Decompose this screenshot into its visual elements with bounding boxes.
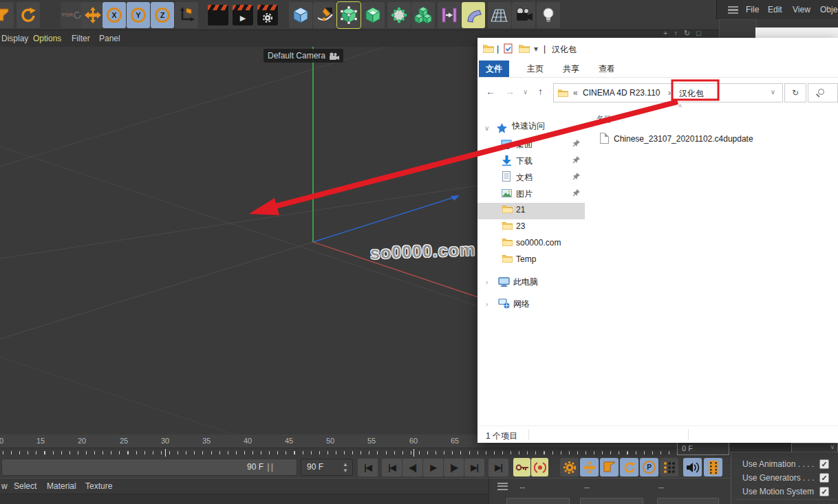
goto-start-button[interactable]: |◀ [358, 459, 378, 476]
sidebar-item-downloads[interactable]: 下载 [477, 153, 585, 169]
menu-view[interactable]: View [793, 5, 810, 14]
move-tool-button[interactable] [81, 2, 105, 28]
volume-builder-button[interactable] [411, 2, 435, 28]
symmetry-object-button[interactable] [438, 2, 461, 28]
record-position-button[interactable] [513, 458, 530, 476]
render-to-picture-viewer-button[interactable]: ▶ [231, 2, 255, 28]
autokey-button[interactable] [531, 458, 548, 476]
qat-dropdown-icon[interactable]: ▾ [534, 44, 538, 54]
sidebar-item-this-pc[interactable]: › 此电脑 [477, 274, 585, 290]
key-pla-toggle[interactable] [660, 458, 678, 476]
menu-material[interactable]: Material [47, 481, 76, 491]
breadcrumb-parent[interactable]: CINEMA 4D R23.110 [583, 88, 660, 98]
menu-panel[interactable]: Panel [99, 34, 120, 43]
modeling-object-button[interactable] [387, 2, 411, 28]
coord-field-x[interactable] [506, 498, 570, 504]
breadcrumb-prefix[interactable]: « [573, 88, 578, 98]
next-frame-button[interactable]: |▶ [444, 459, 464, 476]
sidebar-item-pictures[interactable]: 图片 [477, 186, 585, 202]
menu-display[interactable]: Display [1, 34, 28, 43]
sidebar-item-23[interactable]: 23 [477, 219, 585, 235]
use-generators-checkbox[interactable]: ✓ [819, 473, 829, 483]
tab-share[interactable]: 共享 [556, 61, 586, 77]
pen-spline-button[interactable] [313, 2, 336, 28]
z-axis-lock-button[interactable]: Z [151, 2, 174, 28]
qat-properties-icon[interactable] [504, 43, 513, 56]
file-row[interactable]: Chinese_23107_20201102.c4dupdate 2020/11… [585, 131, 838, 146]
light-object-button[interactable] [537, 2, 560, 28]
prev-key-button[interactable]: |◀ [382, 459, 402, 476]
chevron-right-icon[interactable]: › [486, 300, 488, 308]
hamburger-icon[interactable] [728, 6, 738, 14]
next-key-button[interactable]: ▶| [464, 459, 484, 476]
rotate-tool-button[interactable] [17, 2, 40, 28]
prev-frame-button[interactable]: ◀| [402, 459, 422, 476]
up-button[interactable]: ↑ [538, 86, 543, 97]
key-rotation-toggle[interactable] [620, 458, 638, 476]
end-frame-field[interactable]: 90 F ▲ ▼ [301, 459, 353, 476]
coordinate-system-button[interactable] [175, 2, 198, 28]
sidebar-item-desktop[interactable]: 桌面 [477, 136, 585, 153]
sidebar-item-documents[interactable]: 文档 [477, 169, 585, 186]
chevron-down-icon[interactable]: ∨ [484, 124, 489, 132]
sound-toggle[interactable] [683, 458, 702, 476]
sidebar-item-21[interactable]: 21 [477, 202, 585, 219]
psr-tool-button-disabled[interactable]: PSR [61, 2, 84, 28]
sidebar-item-network[interactable]: › 网络 [477, 296, 585, 312]
extrude-generator-button[interactable] [361, 2, 385, 28]
menu-select[interactable]: Select [14, 481, 36, 491]
tab-view[interactable]: 查看 [592, 61, 622, 77]
explorer-titlebar[interactable]: | ▾ | 汉化包 [477, 38, 838, 61]
zoom-view-icon[interactable]: ↑ [674, 29, 678, 39]
menu-file[interactable]: File [746, 5, 759, 14]
use-animation-checkbox[interactable]: ✓ [819, 459, 829, 469]
render-preview-button[interactable] [704, 458, 722, 476]
camera-label[interactable]: Default Camera [264, 49, 343, 63]
keyframe-settings-button[interactable] [560, 458, 579, 476]
cube-primitive-button[interactable] [289, 2, 312, 28]
column-name[interactable]: 名称 [596, 113, 612, 125]
render-view-button[interactable] [206, 2, 230, 28]
search-box[interactable] [808, 83, 838, 102]
y-axis-lock-button[interactable]: Y [127, 2, 150, 28]
coordinates-menu-icon[interactable] [497, 483, 508, 490]
key-scale-toggle[interactable] [600, 458, 619, 476]
rotate-view-icon[interactable]: ↻ [684, 29, 690, 39]
refresh-button[interactable]: ↻ [784, 83, 806, 102]
subdivision-surface-button[interactable] [337, 2, 361, 28]
scale-tool-button[interactable] [0, 2, 14, 28]
coord-field-y[interactable] [580, 498, 643, 504]
qat-newfolder-icon[interactable] [519, 44, 530, 55]
key-parameter-toggle[interactable]: P [640, 458, 658, 476]
frame-field-small[interactable]: 0 F [677, 441, 729, 455]
address-bar[interactable]: « CINEMA 4D R23.110 › 汉化包 ∨ [553, 83, 783, 102]
menu-options[interactable]: Options [33, 34, 61, 43]
recent-dropdown-icon[interactable]: ∨ [523, 88, 528, 96]
floor-object-button[interactable] [488, 2, 511, 28]
address-dropdown-icon[interactable]: ∨ [771, 88, 775, 96]
breadcrumb-current[interactable]: 汉化包 [679, 88, 704, 100]
viewport-canvas[interactable]: Default Camera so0000.com [0, 47, 477, 435]
menu-edit[interactable]: Edit [768, 5, 782, 14]
forward-button[interactable]: → [505, 86, 515, 97]
goto-end-button[interactable]: ▶| [488, 459, 508, 476]
sidebar-item-quick-access[interactable]: ∨ 快速访问 [477, 120, 585, 136]
coord-field-z[interactable] [657, 498, 719, 504]
use-motion-system-checkbox[interactable]: ✓ [819, 487, 829, 496]
key-position-toggle[interactable] [580, 458, 599, 476]
bend-deformer-button[interactable] [462, 2, 485, 28]
timeline-slider[interactable]: 90 F || [1, 459, 297, 476]
menu-filter[interactable]: Filter [72, 34, 90, 43]
camera-object-button[interactable] [512, 2, 535, 28]
menu-view-clipped[interactable]: w [1, 481, 8, 491]
x-axis-lock-button[interactable]: X [103, 2, 126, 28]
material-list-area[interactable] [0, 494, 488, 504]
pan-view-icon[interactable]: + [663, 29, 667, 39]
slider-grip[interactable]: || [267, 462, 275, 472]
sidebar-item-temp[interactable]: Temp [477, 252, 585, 268]
file-name[interactable]: Chinese_23107_20201102.c4dupdate [614, 134, 753, 144]
play-button[interactable]: ▶ [423, 459, 443, 476]
render-settings-button[interactable] [256, 2, 279, 28]
back-button[interactable]: ← [486, 86, 495, 97]
tab-home[interactable]: 主页 [520, 61, 550, 77]
